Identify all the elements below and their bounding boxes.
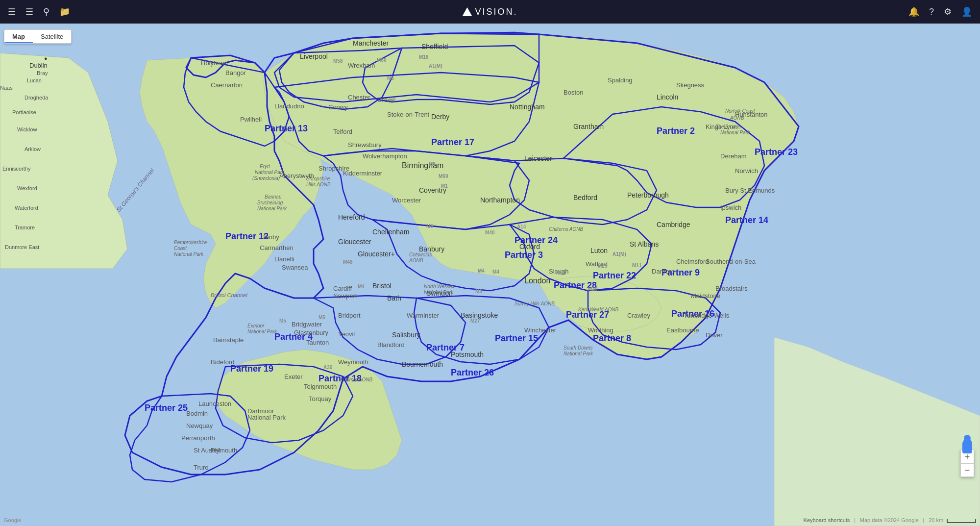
- svg-text:Eastbourne: Eastbourne: [666, 326, 699, 334]
- svg-text:Tramore: Tramore: [15, 225, 35, 230]
- svg-text:Dereham: Dereham: [720, 152, 746, 160]
- pegman-figure: [962, 439, 972, 453]
- svg-text:Llandudno: Llandudno: [274, 102, 304, 110]
- map-container[interactable]: Map Satellite: [0, 24, 980, 526]
- svg-text:Barnstaple: Barnstaple: [213, 336, 244, 344]
- svg-text:Warminster: Warminster: [407, 312, 440, 319]
- svg-text:M27: M27: [470, 318, 480, 324]
- svg-text:Norwich: Norwich: [735, 167, 758, 175]
- svg-text:Pembrokeshire: Pembrokeshire: [174, 240, 207, 245]
- svg-text:Partner 25: Partner 25: [145, 403, 188, 413]
- svg-text:National Park: National Park: [257, 206, 287, 211]
- svg-text:Carmarthen: Carmarthen: [260, 244, 294, 251]
- svg-text:Pwllheli: Pwllheli: [240, 116, 262, 123]
- svg-text:Oxford: Oxford: [519, 243, 540, 250]
- svg-text:Truro: Truro: [194, 464, 209, 471]
- svg-text:National Park: National Park: [174, 251, 204, 257]
- svg-text:Partner 19: Partner 19: [230, 364, 273, 374]
- svg-text:M6: M6: [429, 161, 436, 167]
- map-toggle-map[interactable]: Map: [4, 30, 33, 43]
- svg-text:Wolverhampton: Wolverhampton: [363, 152, 407, 160]
- menu-icon[interactable]: ☰: [8, 6, 16, 17]
- svg-text:Newport: Newport: [333, 292, 357, 300]
- svg-text:Glastonbury: Glastonbury: [294, 329, 329, 336]
- svg-text:Partner 17: Partner 17: [431, 137, 474, 147]
- svg-text:Portlaoise: Portlaoise: [12, 109, 36, 115]
- svg-text:Winchester: Winchester: [524, 326, 557, 334]
- svg-text:Derby: Derby: [431, 113, 449, 121]
- svg-text:Dartford: Dartford: [652, 268, 675, 275]
- svg-text:Boston: Boston: [564, 89, 583, 96]
- svg-text:Enniscorthy: Enniscorthy: [2, 166, 31, 172]
- map-svg: Partner 2 Partner 3 Partner 4 Partner 7 …: [0, 24, 980, 526]
- svg-text:Cambridge: Cambridge: [657, 221, 690, 228]
- svg-text:AONB: AONB: [409, 258, 423, 263]
- svg-text:Coast: Coast: [174, 246, 187, 251]
- search-icon[interactable]: ⚲: [43, 6, 49, 17]
- pegman[interactable]: [960, 435, 974, 452]
- folder-icon[interactable]: 📁: [59, 6, 70, 17]
- svg-text:Perranporth: Perranporth: [181, 434, 215, 442]
- svg-text:Dover: Dover: [706, 331, 723, 339]
- svg-text:Leicester: Leicester: [524, 154, 552, 162]
- svg-text:Bury St Edmunds: Bury St Edmunds: [725, 187, 775, 194]
- svg-text:M40: M40: [485, 230, 495, 235]
- svg-text:Partner 26: Partner 26: [451, 368, 494, 377]
- svg-text:Crewe: Crewe: [377, 96, 396, 103]
- svg-text:M5: M5: [318, 315, 325, 320]
- svg-text:Peterborough: Peterborough: [627, 191, 669, 199]
- svg-text:National Park: National Park: [247, 414, 286, 421]
- svg-text:Bridport: Bridport: [338, 312, 361, 319]
- keyboard-shortcuts[interactable]: Keyboard shortcuts: [804, 517, 850, 523]
- svg-text:A14: A14: [517, 224, 526, 229]
- svg-text:Sheffield: Sheffield: [421, 43, 448, 50]
- svg-text:National Park: National Park: [564, 351, 593, 356]
- svg-text:M25: M25: [598, 263, 608, 269]
- svg-text:Partner 13: Partner 13: [265, 124, 308, 133]
- user-icon[interactable]: 👤: [961, 6, 972, 17]
- svg-text:Lucan: Lucan: [27, 77, 42, 83]
- svg-text:Worcester: Worcester: [392, 197, 421, 204]
- settings-icon[interactable]: ⚙: [944, 6, 952, 17]
- svg-text:Launceston: Launceston: [198, 400, 231, 407]
- svg-text:Brycheiniog: Brycheiniog: [257, 200, 283, 205]
- map-toggle-satellite[interactable]: Satellite: [33, 30, 71, 43]
- map-satellite-toggle: Map Satellite: [4, 29, 72, 44]
- svg-text:Yeovil: Yeovil: [338, 330, 355, 338]
- bell-icon[interactable]: 🔔: [908, 6, 919, 17]
- list-icon[interactable]: ☰: [25, 6, 33, 17]
- svg-text:National Park: National Park: [424, 290, 454, 295]
- svg-text:Torquay: Torquay: [309, 395, 332, 402]
- svg-text:Gloucester+: Gloucester+: [358, 250, 395, 258]
- svg-text:Bannau: Bannau: [265, 194, 282, 200]
- zoom-out-button[interactable]: −: [960, 463, 974, 477]
- svg-text:AONB: AONB: [730, 115, 744, 121]
- svg-text:National Park: National Park: [720, 130, 750, 135]
- google-logo: Google: [4, 517, 21, 523]
- svg-text:Bristol: Bristol: [372, 282, 392, 290]
- scale-label: 20 km: [929, 517, 943, 523]
- svg-text:Teignmouth: Teignmouth: [304, 383, 337, 390]
- svg-text:Dunmore East: Dunmore East: [5, 244, 39, 250]
- svg-text:Swansea: Swansea: [282, 264, 308, 271]
- svg-text:Plymouth: Plymouth: [211, 447, 237, 454]
- svg-text:Partner 23: Partner 23: [755, 147, 798, 157]
- navbar-right: 🔔 ? ⚙ 👤: [908, 6, 972, 17]
- svg-text:Bedford: Bedford: [573, 194, 597, 201]
- svg-text:Partner 8: Partner 8: [593, 333, 631, 343]
- svg-text:Chilterns AONB: Chilterns AONB: [549, 226, 584, 232]
- svg-text:Worthing: Worthing: [588, 326, 613, 334]
- svg-text:M20: M20: [588, 286, 598, 292]
- svg-text:Naas: Naas: [0, 85, 13, 91]
- svg-text:Shrewsbury: Shrewsbury: [348, 141, 382, 149]
- svg-text:Potsmouth: Potsmouth: [451, 351, 484, 358]
- map-data-text: Map data ©2024 Google: [860, 517, 919, 523]
- svg-text:M48: M48: [343, 259, 353, 265]
- svg-text:M3: M3: [475, 289, 482, 294]
- svg-text:Partner 15: Partner 15: [495, 333, 538, 343]
- svg-text:M1: M1: [441, 183, 448, 189]
- svg-text:Bideford: Bideford: [211, 358, 234, 366]
- svg-text:Caernarfon: Caernarfon: [211, 81, 243, 89]
- help-icon[interactable]: ?: [929, 7, 934, 17]
- svg-text:Lincoln: Lincoln: [657, 93, 678, 101]
